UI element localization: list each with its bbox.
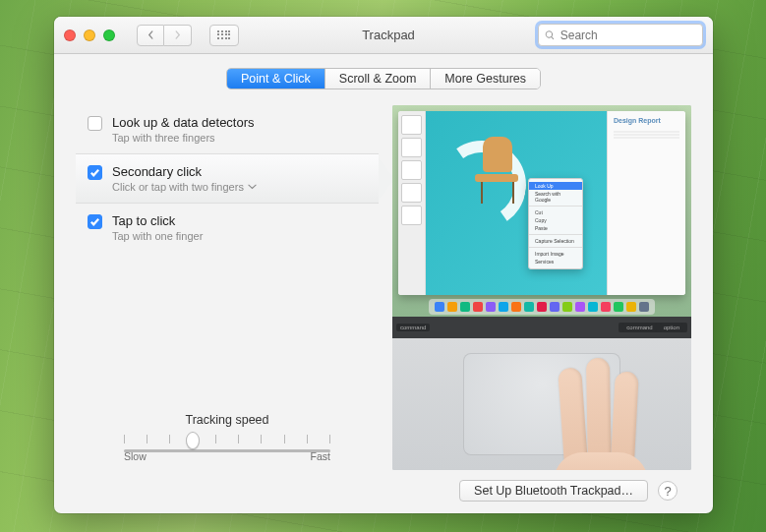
gesture-preview: Design Report Look UpSearch with GoogleC…	[392, 105, 691, 470]
option-checkbox[interactable]	[88, 116, 102, 131]
option-title: Secondary click	[112, 164, 257, 179]
chevron-down-icon	[248, 184, 257, 190]
tab-scroll-zoom[interactable]: Scroll & Zoom	[325, 69, 432, 89]
option-subtitle[interactable]: Click or tap with two fingers	[112, 181, 257, 193]
prefs-window: Trackpad Point & ClickScroll & ZoomMore …	[54, 17, 713, 513]
tracking-speed-section: Tracking speed Slow Fast	[76, 413, 379, 462]
option-title: Tap to click	[112, 213, 203, 228]
zoom-window-button[interactable]	[103, 30, 115, 41]
preview-screen: Design Report Look UpSearch with GoogleC…	[392, 105, 691, 317]
titlebar: Trackpad	[54, 17, 713, 54]
preview-trackpad	[392, 338, 691, 470]
window-title: Trackpad	[247, 28, 530, 42]
search-input[interactable]	[560, 29, 696, 42]
close-window-button[interactable]	[64, 30, 76, 41]
dock	[429, 299, 655, 315]
traffic-lights	[64, 30, 115, 41]
setup-bluetooth-button[interactable]: Set Up Bluetooth Trackpad…	[459, 480, 648, 502]
nav-group	[137, 25, 192, 46]
tracking-speed-label: Tracking speed	[76, 413, 379, 427]
option-row[interactable]: Tap to clickTap with one finger	[76, 204, 379, 252]
bottom-bar: Set Up Bluetooth Trackpad… ?	[76, 470, 691, 502]
option-title: Look up & data detectors	[112, 115, 255, 130]
tab-more-gestures[interactable]: More Gestures	[431, 69, 540, 89]
option-checkbox[interactable]	[88, 165, 102, 180]
forward-button[interactable]	[164, 25, 192, 46]
help-button[interactable]: ?	[658, 481, 678, 501]
option-subtitle: Tap with three fingers	[112, 132, 255, 144]
tab-bar: Point & ClickScroll & ZoomMore Gestures	[226, 68, 541, 89]
option-checkbox[interactable]	[88, 214, 102, 229]
content: Point & ClickScroll & ZoomMore Gestures …	[54, 54, 713, 513]
search-icon	[545, 30, 556, 41]
main-row: Look up & data detectorsTap with three f…	[76, 105, 691, 470]
option-row[interactable]: Secondary clickClick or tap with two fin…	[76, 153, 379, 204]
search-field[interactable]	[538, 24, 703, 46]
context-menu: Look UpSearch with GoogleCutCopyPasteCap…	[528, 178, 583, 269]
grid-icon	[217, 30, 231, 40]
option-subtitle: Tap with one finger	[112, 230, 203, 242]
show-all-button[interactable]	[209, 25, 239, 46]
tab-point-click[interactable]: Point & Click	[227, 69, 325, 89]
tracking-speed-slider[interactable]	[124, 435, 330, 446]
hand-illustration	[548, 340, 656, 470]
minimize-window-button[interactable]	[84, 30, 95, 41]
slider-thumb[interactable]	[186, 432, 200, 449]
back-button[interactable]	[137, 25, 164, 46]
option-row[interactable]: Look up & data detectorsTap with three f…	[76, 105, 379, 153]
preview-keys: command command option	[392, 317, 691, 338]
options-column: Look up & data detectorsTap with three f…	[76, 105, 379, 470]
